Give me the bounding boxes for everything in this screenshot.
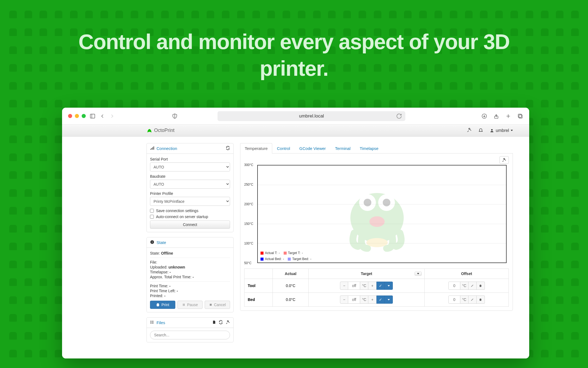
svg-point-10: [491, 129, 492, 130]
target-dropdown-button[interactable]: [415, 272, 422, 276]
share-icon[interactable]: [493, 113, 499, 119]
forward-button[interactable]: [109, 113, 115, 119]
chart-settings-button[interactable]: [500, 156, 509, 164]
tool-target-preset[interactable]: [385, 282, 393, 290]
pause-button[interactable]: Pause: [177, 301, 203, 309]
settings-icon[interactable]: [467, 128, 472, 134]
tab-terminal[interactable]: Terminal: [330, 143, 355, 153]
cancel-button[interactable]: Cancel: [205, 301, 230, 309]
svg-rect-16: [152, 242, 152, 243]
connect-button[interactable]: Connect: [150, 221, 230, 229]
chart-legend: Actual T: - Target T: - Actual Bed: - Ta…: [261, 251, 361, 261]
svg-rect-19: [184, 304, 185, 306]
close-window-button[interactable]: [68, 114, 72, 118]
reload-icon[interactable]: [396, 113, 402, 119]
tab-timelapse[interactable]: Timelapse: [355, 143, 383, 153]
temperature-chart: 300°C 250°C 200°C 150°C 100°C 50°C: [244, 165, 509, 263]
connection-title[interactable]: Connection: [157, 146, 177, 151]
autoconnect-label: Auto-connect on server startup: [156, 215, 208, 219]
tool-offset-edit[interactable]: [468, 282, 477, 290]
notifications-icon[interactable]: [478, 128, 483, 134]
back-button[interactable]: [99, 113, 105, 119]
tool-actual: 0.0°C: [273, 279, 309, 293]
window-controls: [68, 114, 86, 118]
tool-target-confirm[interactable]: ✓: [376, 282, 385, 290]
address-bar[interactable]: umbrel.local: [218, 111, 405, 121]
hero-headline: Control and monitor every aspect of your…: [76, 29, 512, 82]
refresh-icon[interactable]: [226, 146, 230, 151]
baudrate-label: Baudrate: [150, 174, 230, 179]
new-tab-icon[interactable]: [505, 113, 511, 119]
downloads-icon[interactable]: [481, 113, 487, 119]
state-title[interactable]: State: [157, 240, 166, 245]
print-icon: [156, 303, 160, 307]
autoconnect-checkbox[interactable]: [150, 215, 154, 219]
serial-port-select[interactable]: AUTO: [150, 162, 230, 171]
tool-target-minus[interactable]: −: [340, 282, 348, 290]
svg-point-29: [364, 199, 371, 206]
pencil-icon: [471, 284, 474, 287]
tool-offset-delete[interactable]: [477, 282, 485, 290]
svg-point-17: [152, 241, 152, 242]
info-icon: [150, 240, 154, 245]
sd-card-icon[interactable]: [212, 320, 216, 325]
tool-target-input[interactable]: off: [348, 282, 360, 290]
bed-target-minus[interactable]: −: [340, 295, 348, 304]
tool-target-plus[interactable]: +: [368, 282, 376, 290]
trash-icon: [479, 284, 482, 287]
username: umbrel: [496, 128, 509, 133]
sidebar-toggle-icon[interactable]: [90, 113, 96, 119]
shield-icon[interactable]: [172, 113, 178, 119]
profile-select[interactable]: Printy McPrintface: [150, 197, 230, 206]
files-panel: Files: [146, 317, 234, 342]
svg-rect-22: [151, 321, 154, 321]
wrench-icon: [502, 158, 506, 162]
bed-offset-delete[interactable]: [477, 295, 485, 304]
bed-target-plus[interactable]: +: [368, 295, 376, 304]
app-navbar: OctoPrint umbrel: [62, 125, 529, 137]
refresh-files-icon[interactable]: [219, 320, 223, 325]
bed-offset-edit[interactable]: [468, 295, 477, 304]
pause-icon: [182, 303, 185, 306]
brand[interactable]: OctoPrint: [146, 128, 174, 134]
tab-temperature[interactable]: Temperature: [240, 143, 272, 153]
state-panel: State State: Offline File: Uploaded: unk…: [146, 237, 234, 312]
svg-point-21: [150, 321, 151, 322]
temperature-chart-panel: 300°C 250°C 200°C 150°C 100°C 50°C: [240, 153, 513, 311]
save-settings-label: Save connection settings: [156, 209, 198, 213]
list-icon: [150, 320, 154, 325]
minimize-window-button[interactable]: [75, 114, 79, 118]
tab-gcode[interactable]: GCode Viewer: [295, 143, 330, 153]
baudrate-select[interactable]: AUTO: [150, 180, 230, 189]
main-tabs: Temperature Control GCode Viewer Termina…: [240, 143, 513, 153]
bed-offset-input[interactable]: 0: [448, 295, 460, 304]
svg-rect-9: [518, 114, 522, 117]
svg-rect-12: [151, 148, 152, 150]
maximize-window-button[interactable]: [82, 114, 86, 118]
url-text: umbrel.local: [299, 113, 324, 119]
trash-icon: [479, 298, 482, 301]
tab-control[interactable]: Control: [272, 143, 295, 153]
app-viewport: OctoPrint umbrel: [62, 125, 529, 358]
profile-label: Printer Profile: [150, 191, 230, 196]
bed-target-input[interactable]: off: [348, 295, 360, 304]
files-settings-icon[interactable]: [226, 320, 230, 325]
user-menu[interactable]: umbrel: [490, 128, 513, 133]
tool-offset-input[interactable]: 0: [448, 282, 460, 290]
bed-target-preset[interactable]: [385, 295, 393, 304]
browser-window: umbrel.local OctoPrint: [62, 108, 529, 358]
files-search-input[interactable]: [150, 331, 230, 339]
svg-rect-0: [90, 114, 95, 118]
svg-rect-18: [183, 304, 183, 306]
svg-point-25: [150, 323, 151, 324]
files-title[interactable]: Files: [157, 320, 165, 325]
octoprint-watermark: [302, 175, 451, 253]
print-button[interactable]: Print: [150, 301, 175, 309]
svg-point-23: [150, 322, 151, 323]
bed-target-confirm[interactable]: ✓: [376, 295, 385, 304]
tabs-overview-icon[interactable]: [517, 113, 523, 119]
svg-rect-13: [152, 147, 153, 150]
svg-rect-24: [151, 322, 154, 322]
state-value: Offline: [161, 251, 173, 255]
save-settings-checkbox[interactable]: [150, 209, 154, 213]
